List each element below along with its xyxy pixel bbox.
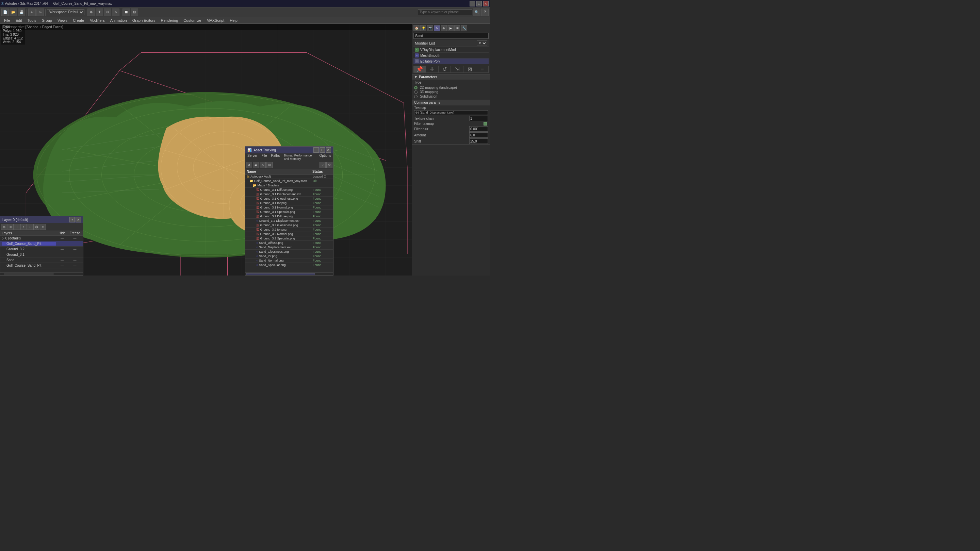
menu-tools[interactable]: Tools bbox=[25, 17, 39, 24]
select-icon[interactable]: ⊕ bbox=[88, 8, 95, 16]
menu-animation[interactable]: Animation bbox=[108, 17, 130, 24]
at-row-13[interactable]: ○ Sand_Displacement.exr Found bbox=[245, 245, 333, 250]
filter-blur-input[interactable]: 0.001 bbox=[469, 126, 488, 132]
object-name-input[interactable]: Sand bbox=[414, 33, 488, 39]
layers-settings-button[interactable]: ⚙ bbox=[33, 224, 40, 230]
layers-new-button[interactable]: + bbox=[14, 224, 20, 230]
at-missing-button[interactable]: ⚠ bbox=[259, 162, 266, 168]
menu-maxscript[interactable]: MAXScript bbox=[204, 17, 227, 24]
layer-row-1[interactable]: Golf_Course_Sand_Pit — — bbox=[0, 241, 83, 246]
at-close-button[interactable]: ✕ bbox=[326, 147, 331, 153]
tab-rotate[interactable]: ↺ bbox=[439, 66, 451, 73]
new-icon[interactable]: 📄 bbox=[2, 8, 9, 16]
menu-create[interactable]: Create bbox=[70, 17, 87, 24]
search-icon[interactable]: 🔍 bbox=[473, 8, 480, 16]
rp-hierarchy-icon[interactable]: ⊛ bbox=[441, 25, 447, 31]
at-row-14[interactable]: ○ Sand_Glossiness.png Found bbox=[245, 250, 333, 254]
at-row-11[interactable]: 🖼 Ground_3.2 Specular.png Found bbox=[245, 237, 333, 241]
at-highlight-button[interactable]: ◉ bbox=[253, 162, 259, 168]
redo-icon[interactable]: ↪ bbox=[37, 8, 44, 16]
maximize-button[interactable]: □ bbox=[476, 1, 482, 6]
at-row-4[interactable]: 🖼 Ground_3.1 Normal.png Found bbox=[245, 205, 333, 210]
layers-move-up-button[interactable]: ↑ bbox=[21, 224, 27, 230]
layer-row-5[interactable]: Golf_Course_Sand_Pit — — bbox=[0, 263, 83, 268]
menu-customize[interactable]: Customize bbox=[181, 17, 204, 24]
layers-scrollbar[interactable] bbox=[0, 272, 83, 275]
tab-params[interactable]: ≡ bbox=[476, 66, 488, 73]
rp-modify-icon[interactable]: ✎ bbox=[434, 25, 440, 31]
rp-motion-icon[interactable]: ▶ bbox=[447, 25, 453, 31]
shift-input[interactable]: 25.0 bbox=[469, 138, 488, 144]
layers-move-down-button[interactable]: ↓ bbox=[27, 224, 33, 230]
at-grid-button[interactable]: ⊞ bbox=[266, 162, 272, 168]
at-row-maxfile[interactable]: 📁 Golf_Course_Sand_Pit_max_vray.max Ok bbox=[245, 179, 333, 183]
at-scrollbar[interactable] bbox=[245, 272, 333, 275]
at-row-6[interactable]: 🖼 Ground_3.2 Diffuse.png Found bbox=[245, 214, 333, 219]
at-row-9[interactable]: 🖼 Ground_3.2 Ior.png Found bbox=[245, 227, 333, 232]
at-row-5[interactable]: 🖼 Ground_3.1 Specular.png Found bbox=[245, 210, 333, 214]
layer-row-0[interactable]: ▷ 0 (default) — — bbox=[0, 236, 83, 241]
menu-group[interactable]: Group bbox=[39, 17, 55, 24]
workspace-select[interactable]: Workspace: Default bbox=[47, 9, 84, 15]
tab-uv[interactable]: ⊠ bbox=[463, 66, 476, 73]
texmap-value[interactable]: 64 (Sand_Displacement.exr) bbox=[414, 110, 488, 115]
at-maximize-button[interactable]: □ bbox=[320, 147, 325, 153]
at-row-12[interactable]: ○ Sand_Diffuse.png Found bbox=[245, 241, 333, 245]
snap-icon[interactable]: 🔲 bbox=[123, 8, 130, 16]
undo-icon[interactable]: ↩ bbox=[28, 8, 36, 16]
search-input[interactable] bbox=[418, 9, 472, 15]
texture-chan-input[interactable]: 1 bbox=[469, 116, 488, 121]
at-help-button[interactable]: ? bbox=[320, 162, 326, 168]
radio-sub[interactable]: Subdivision bbox=[412, 94, 490, 98]
amount-input[interactable]: 6.0 bbox=[469, 132, 488, 138]
layers-delete-button[interactable]: ✕ bbox=[8, 224, 14, 230]
at-row-1[interactable]: 🖼 Ground_3.1 Displacement.exr Found bbox=[245, 192, 333, 197]
layers-close-button[interactable]: ✕ bbox=[76, 217, 81, 222]
at-menu-server[interactable]: Server bbox=[245, 153, 259, 161]
at-row-vault[interactable]: 🏛 Autodesk Vault Logged O bbox=[245, 175, 333, 179]
rp-utilities-icon[interactable]: 🔧 bbox=[461, 25, 467, 31]
layers-add-button[interactable]: ⊕ bbox=[1, 224, 7, 230]
at-row-maps[interactable]: 📂 Maps / Shaders bbox=[245, 183, 333, 188]
layers-help-button[interactable]: ? bbox=[69, 217, 75, 222]
filter-texmap-checkbox[interactable] bbox=[484, 122, 487, 125]
modifier-meshsmooth[interactable]: ~ MeshSmooth bbox=[414, 53, 488, 59]
tab-scale[interactable]: ⇲ bbox=[451, 66, 463, 73]
tab-pin[interactable]: 📌 bbox=[414, 66, 426, 73]
at-row-16[interactable]: ○ Sand_Normal.png Found bbox=[245, 259, 333, 263]
at-menu-file[interactable]: File bbox=[259, 153, 269, 161]
at-row-8[interactable]: 🖼 Ground_3.2 Glossiness.png Found bbox=[245, 223, 333, 227]
at-menu-paths[interactable]: Paths bbox=[269, 153, 282, 161]
menu-help[interactable]: Help bbox=[227, 17, 240, 24]
rp-house-icon[interactable]: 🏠 bbox=[414, 25, 420, 31]
rotate-icon[interactable]: ↺ bbox=[104, 8, 111, 16]
at-row-10[interactable]: 🖼 Ground_3.2 Normal.png Found bbox=[245, 232, 333, 237]
rp-camera-icon[interactable]: 📷 bbox=[427, 25, 433, 31]
modifier-editpoly[interactable]: □ Editable Poly bbox=[414, 59, 488, 64]
layer-row-4[interactable]: Sand — — bbox=[0, 257, 83, 263]
close-button[interactable]: ✕ bbox=[483, 1, 488, 6]
radio-2d[interactable]: 2D mapping (landscape) bbox=[412, 86, 490, 90]
rp-display-icon[interactable]: 👁 bbox=[454, 25, 460, 31]
at-menu-bitmap[interactable]: Bitmap Performance and Memory bbox=[282, 153, 317, 161]
radio-3d[interactable]: 3D mapping bbox=[412, 90, 490, 94]
at-row-2[interactable]: 🖼 Ground_3.1 Glossiness.png Found bbox=[245, 197, 333, 201]
save-icon[interactable]: 💾 bbox=[18, 8, 25, 16]
help-icon[interactable]: ? bbox=[481, 8, 488, 16]
at-row-3[interactable]: 🖼 Ground_3.1 Ior.png Found bbox=[245, 201, 333, 205]
layer-row-3[interactable]: Ground_3.1 — — bbox=[0, 252, 83, 257]
at-row-15[interactable]: ○ Sand_Ior.png Found bbox=[245, 254, 333, 259]
menu-edit[interactable]: Edit bbox=[13, 17, 25, 24]
at-row-7[interactable]: ○ Ground_3.2 Displacement.exr Found bbox=[245, 219, 333, 223]
move-icon[interactable]: ✛ bbox=[95, 8, 103, 16]
open-icon[interactable]: 📂 bbox=[10, 8, 17, 16]
viewport[interactable]: [+][Perspective][Shaded + Edged Faces] T… bbox=[0, 24, 412, 275]
menu-graph-editors[interactable]: Graph Editors bbox=[130, 17, 158, 24]
tab-move[interactable]: ✛ bbox=[426, 66, 439, 73]
scale-icon[interactable]: ⇲ bbox=[112, 8, 119, 16]
layers-options-button[interactable]: ≡ bbox=[40, 224, 46, 230]
modifier-dropdown[interactable]: ▼ bbox=[477, 40, 487, 46]
modifier-vray[interactable]: ✓ VRayDisplacementMod bbox=[414, 47, 488, 53]
at-row-0[interactable]: 🖼 Ground_3.1 Diffuse.png Found bbox=[245, 188, 333, 192]
at-refresh-button[interactable]: ↺ bbox=[246, 162, 252, 168]
